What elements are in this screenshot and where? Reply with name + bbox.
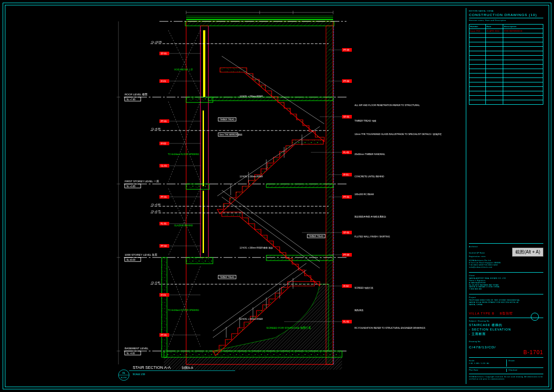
- vertical-dims: [117, 21, 120, 364]
- revision-row: [469, 69, 543, 74]
- svg-text:IF-01: IF-01: [161, 80, 166, 82]
- drawing-no-label: Drawing No: [469, 340, 496, 343]
- svg-text:STAIR SECTION A-A: STAIR SECTION A-A: [133, 365, 171, 370]
- cad-drawing: SCREED FOR STAIRCASE 地面打底: [8, 8, 464, 384]
- level-labels: ROOF LEVEL 楼面 SL +7.85 FIRST STOREY LEVE…: [125, 93, 159, 355]
- svg-text:PT-01: PT-01: [161, 120, 167, 122]
- svg-text:FL-01: FL-01: [161, 222, 167, 225]
- drawn-label: Drawn: [509, 359, 543, 362]
- date-label: Plot Date: [469, 369, 504, 371]
- svg-text:12 NOS. x 150mm RISER: 12 NOS. x 150mm RISER: [240, 176, 263, 178]
- svg-text:SL ±0.00: SL ±0.00: [126, 258, 135, 261]
- svg-text:6mm THK MIRROR
镜面: 6mm THK MIRROR 镜面: [220, 133, 242, 136]
- qp-reg: Registration: nnnn: [469, 256, 485, 258]
- drawing-number: C/478/13/CD/: [469, 345, 496, 349]
- svg-text:12 NOS. x 150mm RISER
楼梯 踏步: 12 NOS. x 150mm RISER 楼梯 踏步: [240, 246, 273, 249]
- svg-text:PT-02: PT-02: [161, 245, 167, 247]
- svg-text:1000 STOREY LEVEL 首层: 1000 STOREY LEVEL 首层: [125, 253, 157, 256]
- svg-text:RC FOUNDATION
REFER TO STRUCTU: RC FOUNDATION REFER TO STRUCTURAL ENGINE…: [354, 327, 425, 329]
- svg-text:TIMBER TREAD: TIMBER TREAD: [309, 235, 324, 237]
- svg-text:CONCRETE
LINTEL BEHIND: CONCRETE LINTEL BEHIND: [354, 175, 384, 178]
- revision-row: [469, 91, 543, 96]
- svg-text:CL +3.60: CL +3.60: [151, 203, 160, 206]
- svg-text:隔热保温: 隔热保温: [354, 309, 363, 311]
- wall-core-yellow-upper: [203, 30, 205, 97]
- project-info: PROPOSED ERECTION OF TWO STOREY RESIDENT…: [469, 299, 543, 306]
- basement-wall-left: [162, 257, 167, 357]
- svg-text:TO
Architect FLOOR
OPENING: TO Architect FLOOR OPENING: [168, 309, 200, 311]
- svg-line-29: [222, 190, 320, 261]
- svg-text:12mm THK TOUGHENED GLASS
BALUS: 12mm THK TOUGHENED GLASS BALUSTRADE TO S…: [354, 133, 442, 135]
- svg-rect-23: [266, 255, 333, 261]
- revision-row: [469, 87, 543, 91]
- revision-row: [469, 100, 543, 105]
- revision-row: [469, 51, 543, 56]
- screenshot-tooltip[interactable]: 截图(Alt + A): [512, 248, 543, 257]
- svg-line-28: [213, 263, 306, 331]
- svg-text:IF-01: IF-01: [161, 294, 166, 296]
- svg-rect-20: [208, 97, 333, 101]
- svg-text:SL -4.00: SL -4.00: [126, 352, 135, 355]
- svg-text:01: 01: [122, 372, 126, 374]
- svg-text:剖面A-A: 剖面A-A: [182, 366, 193, 369]
- svg-text:PT-05: PT-05: [343, 49, 350, 51]
- svg-text:PT-01: PT-01: [161, 334, 167, 336]
- revision-row: [469, 65, 543, 69]
- subject-label: Subject: Drawing No: [469, 320, 543, 322]
- dwg-title-2: - SECTION ELEVATION: [469, 327, 543, 332]
- right-notes: ALL WP AND FLOOR PENETRATION REFER TO ST…: [354, 104, 442, 329]
- revision-row: [469, 56, 543, 60]
- revision-header: Revision notes, Date and Description: [469, 19, 543, 21]
- svg-text:CL +2.75: CL +2.75: [151, 210, 160, 212]
- svg-text:TIMBER TREAD
地板: TIMBER TREAD 地板: [354, 119, 376, 122]
- checked-label: Checked: [509, 369, 543, 371]
- rev-col-num: Number: [469, 24, 486, 29]
- rev-col-date: Date: [485, 24, 503, 29]
- revision-row: [469, 38, 543, 42]
- svg-text:SL +3.85: SL +3.85: [126, 185, 135, 188]
- sheet-number: B-1701: [469, 349, 543, 355]
- svg-text:FLUTED WALL
FINISH / SKIRTING: FLUTED WALL FINISH / SKIRTING: [354, 235, 390, 238]
- stair-flight-3: [217, 140, 323, 214]
- svg-text:100x200
RC BEAM: 100x200 RC BEAM: [354, 193, 374, 196]
- client-label: Client: [469, 274, 543, 277]
- drawing-set: CONSTRUCTION DRAWINGS (10): [469, 13, 543, 18]
- material-tags-left: ST-01 IF-01 PT-01 IF-02 CL-01 PT-01 FL-0…: [159, 52, 169, 337]
- wall-core-yellow-mid: [203, 110, 204, 186]
- project-label: Project: [469, 296, 543, 298]
- svg-text:PT-01: PT-01: [161, 196, 167, 198]
- roof-slab: [185, 21, 334, 26]
- svg-text:ROOF LEVEL 楼面: ROOF LEVEL 楼面: [125, 93, 147, 96]
- copyright: SCDA Architects / Copyright reserved. Do…: [469, 376, 543, 380]
- svg-text:12 NOS. x 150mm RISER: 12 NOS. x 150mm RISER: [240, 95, 263, 98]
- revision-row: [469, 78, 543, 82]
- client-info: SANYA AIRPORT REAL ESTATE CO. LTD Owner'…: [469, 278, 543, 290]
- dwg-title-3: - 立面断面: [469, 332, 543, 336]
- svg-text:PT-01: PT-01: [343, 196, 350, 198]
- green-notes: VOID ABOVE 上空 TO Architect FLOOR OPENING…: [168, 68, 200, 311]
- svg-text:FL-01: FL-01: [343, 320, 349, 323]
- firm-info: SCDA Architects Pte Ltd 8 Teck Lim Road …: [469, 260, 543, 269]
- revision-row: Issue P1025 APR 2014FOR REFERENCE: [469, 29, 543, 33]
- stair-flight-2: [222, 212, 320, 286]
- svg-text:IF-02: IF-02: [161, 142, 166, 145]
- rev-col-desc: Description: [503, 24, 543, 29]
- svg-text:CL +6.95: CL +6.95: [151, 127, 160, 130]
- revision-row: [469, 96, 543, 100]
- revision-row: [469, 42, 543, 47]
- svg-text:CL -0.40: CL -0.40: [151, 281, 160, 284]
- svg-text:SL +7.85: SL +7.85: [126, 98, 135, 101]
- svg-text:TIMBER TREAD: TIMBER TREAD: [220, 276, 235, 278]
- basement-slab: [164, 351, 342, 357]
- material-tags-right: PT-05 PT-02 ST-01 FL-01 IF-01 PT-01 ST-0…: [342, 48, 352, 323]
- svg-text:ST-01: ST-01: [161, 52, 167, 55]
- svg-text:SCREED
地面打底: SCREED 地面打底: [354, 286, 373, 289]
- revision-row: [469, 47, 543, 51]
- svg-text:20x60mm TIMBER
HANDRAIL: 20x60mm TIMBER HANDRAIL: [354, 153, 385, 155]
- drawing-canvas: SCREED FOR STAIRCASE 地面打底: [8, 8, 464, 384]
- svg-text:GLAZING
BEHIND: GLAZING BEHIND: [174, 224, 193, 227]
- svg-text:CL +10.95: CL +10.95: [151, 41, 162, 43]
- scale-value: 1:50, 1:500 / 1:20 / A1: [469, 363, 504, 365]
- svg-text:踏步踏面木饰面
木地板金属条边: 踏步踏面木饰面 木地板金属条边: [354, 215, 386, 218]
- svg-text:SCALE    1:50: SCALE 1:50: [133, 373, 145, 376]
